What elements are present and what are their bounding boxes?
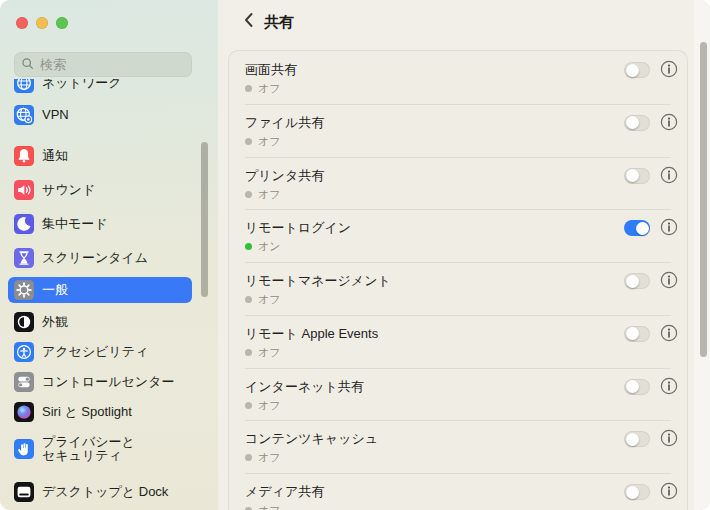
file-sharing-label: ファイル共有 <box>245 115 587 130</box>
remote-management-label: リモートマネージメント <box>245 273 587 288</box>
printer-sharing-info-button[interactable] <box>660 168 678 186</box>
toggle-knob <box>626 327 639 340</box>
sidebar-item-screen-time[interactable]: スクリーンタイム <box>8 245 192 271</box>
toggle-knob <box>626 486 639 499</box>
info-icon <box>660 324 678 346</box>
row-remote-login: リモートログイン オン <box>229 209 687 262</box>
sidebar-scrollbar[interactable] <box>201 142 208 297</box>
internet-sharing-toggle[interactable] <box>624 379 650 395</box>
sidebar-item-privacy-security[interactable]: プライバシーと セキュリティ <box>8 429 192 469</box>
content-pane: 共有 画面共有 オフ ファイル共有 オフ プリンタ共有 オフ <box>218 0 710 510</box>
close-button[interactable] <box>16 17 28 29</box>
sidebar-item-siri-spotlight[interactable]: Siri と Spotlight <box>8 399 192 425</box>
sidebar-item-focus[interactable]: 集中モード <box>8 211 192 237</box>
traffic-lights <box>16 17 68 29</box>
sidebar-item-sound[interactable]: サウンド <box>8 177 192 203</box>
sidebar-item-accessibility[interactable]: アクセシビリティ <box>8 339 192 365</box>
row-remote-management: リモートマネージメント オフ <box>229 262 687 315</box>
minimize-button[interactable] <box>36 17 48 29</box>
appearance-icon <box>14 312 34 332</box>
row-printer-sharing: プリンタ共有 オフ <box>229 157 687 210</box>
remote-apple-events-toggle[interactable] <box>624 326 650 342</box>
info-icon <box>660 271 678 293</box>
sidebar-item-desktop-dock[interactable]: デスクトップと Dock <box>8 479 192 505</box>
media-sharing-info-button[interactable] <box>660 484 678 502</box>
content-header: 共有 <box>218 0 710 44</box>
desktop-dock-icon <box>14 482 34 502</box>
remote-apple-events-status: オフ <box>258 345 281 360</box>
info-icon <box>660 218 678 240</box>
content-scrollbar[interactable] <box>700 42 707 357</box>
network-globe-icon <box>14 79 34 93</box>
status-dot <box>245 296 252 303</box>
info-icon <box>660 482 678 504</box>
toggle-knob <box>626 116 639 129</box>
remote-apple-events-info-button[interactable] <box>660 326 678 344</box>
vpn-globe-icon <box>14 105 34 125</box>
sidebar-nav: ネットワーク VPN 通知 サウンド 集中モード スクリーンタイム 一般 外観 … <box>8 79 192 505</box>
sharing-settings-card: 画面共有 オフ ファイル共有 オフ プリンタ共有 オフ <box>228 50 688 510</box>
info-icon <box>660 60 678 82</box>
sidebar-item-vpn[interactable]: VPN <box>8 102 192 128</box>
status-dot <box>245 349 252 356</box>
row-internet-sharing: インターネット共有 オフ <box>229 368 687 421</box>
search-icon <box>21 56 34 74</box>
internet-sharing-status: オフ <box>258 398 281 413</box>
back-button[interactable] <box>238 11 260 33</box>
content-caching-toggle[interactable] <box>624 431 650 447</box>
media-sharing-label: メディア共有 <box>245 484 587 499</box>
content-caching-info-button[interactable] <box>660 431 678 449</box>
file-sharing-status: オフ <box>258 134 281 149</box>
sidebar-item-general[interactable]: 一般 <box>8 277 192 303</box>
media-sharing-toggle[interactable] <box>624 484 650 500</box>
status-dot <box>245 454 252 461</box>
row-screen-sharing: 画面共有 オフ <box>229 51 687 104</box>
remote-login-info-button[interactable] <box>660 220 678 238</box>
status-line: オフ <box>245 503 587 510</box>
sidebar-item-appearance[interactable]: 外観 <box>8 309 192 335</box>
remote-management-info-button[interactable] <box>660 273 678 291</box>
system-settings-window: ネットワーク VPN 通知 サウンド 集中モード スクリーンタイム 一般 外観 … <box>0 0 710 510</box>
control-center-icon <box>14 372 34 392</box>
info-icon <box>660 377 678 399</box>
status-line: オフ <box>245 81 587 96</box>
screen-sharing-info-button[interactable] <box>660 62 678 80</box>
printer-sharing-label: プリンタ共有 <box>245 168 587 183</box>
internet-sharing-info-button[interactable] <box>660 379 678 397</box>
chevron-left-icon <box>243 12 255 32</box>
moon-icon <box>14 214 34 234</box>
screen-sharing-status: オフ <box>258 81 281 96</box>
screen-sharing-toggle[interactable] <box>624 62 650 78</box>
toggle-knob <box>626 169 639 182</box>
remote-login-label: リモートログイン <box>245 220 587 235</box>
file-sharing-info-button[interactable] <box>660 115 678 133</box>
search-input[interactable] <box>38 56 185 73</box>
speaker-icon <box>14 180 34 200</box>
zoom-button[interactable] <box>56 17 68 29</box>
accessibility-icon <box>14 342 34 362</box>
sidebar: ネットワーク VPN 通知 サウンド 集中モード スクリーンタイム 一般 外観 … <box>0 0 218 510</box>
bell-icon <box>14 146 34 166</box>
sidebar-item-notifications[interactable]: 通知 <box>8 143 192 169</box>
toggle-knob <box>626 275 639 288</box>
hand-icon <box>14 439 34 459</box>
file-sharing-toggle[interactable] <box>624 115 650 131</box>
remote-login-toggle[interactable] <box>624 220 650 236</box>
siri-icon <box>14 402 34 422</box>
remote-management-toggle[interactable] <box>624 273 650 289</box>
internet-sharing-label: インターネット共有 <box>245 379 587 394</box>
sidebar-nav-clip: ネットワーク VPN 通知 サウンド 集中モード スクリーンタイム 一般 外観 … <box>0 79 218 510</box>
status-line: オフ <box>245 450 587 465</box>
sidebar-item-network[interactable]: ネットワーク <box>8 79 192 96</box>
info-icon <box>660 166 678 188</box>
status-dot <box>245 243 252 250</box>
status-dot <box>245 191 252 198</box>
search-field[interactable] <box>14 52 192 77</box>
status-line: オン <box>245 239 587 254</box>
status-line: オフ <box>245 187 587 202</box>
sidebar-item-control-center[interactable]: コントロールセンター <box>8 369 192 395</box>
toggle-knob <box>626 433 639 446</box>
toggle-knob <box>626 64 639 77</box>
status-dot <box>245 402 252 409</box>
printer-sharing-toggle[interactable] <box>624 168 650 184</box>
